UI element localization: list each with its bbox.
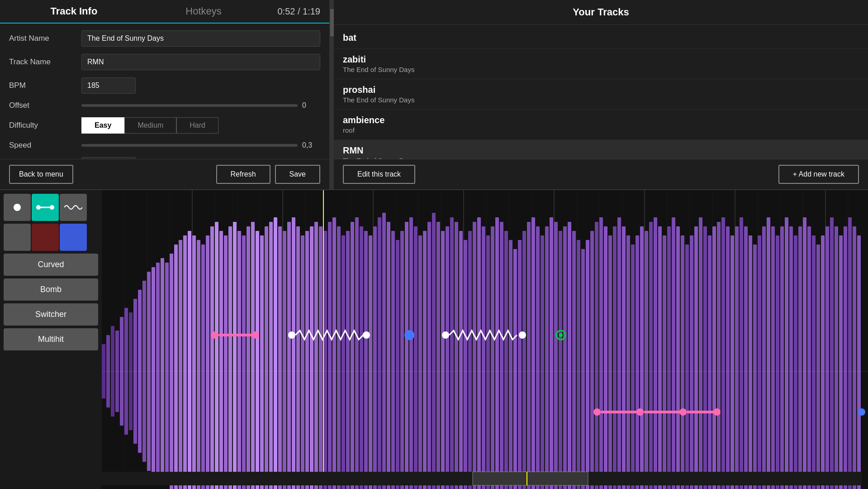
svg-point-0 (14, 204, 21, 211)
tracks-list: bat zabiti The End of Sunny Days proshai… (334, 25, 868, 159)
track-item[interactable]: ambience roof (334, 110, 868, 140)
svg-rect-88 (292, 217, 295, 489)
track-artist: The End of Sunny Days (343, 96, 859, 104)
svg-rect-102 (355, 217, 359, 489)
note-white-1[interactable] (288, 331, 295, 339)
track-item[interactable]: proshai The End of Sunny Days (334, 79, 868, 110)
multihit-button[interactable]: Multihit (4, 328, 98, 350)
note-pink-right-1[interactable] (593, 408, 601, 416)
offset-row: Offset 0 (9, 101, 320, 110)
tab-hotkeys[interactable]: Hotkeys (139, 5, 269, 17)
note-pink-right-4[interactable] (713, 408, 721, 416)
scrollbar-thumb (330, 9, 334, 36)
note-pink-left-end[interactable] (252, 331, 259, 339)
svg-rect-155 (595, 222, 598, 489)
svg-rect-108 (382, 213, 386, 489)
bpm-input[interactable] (81, 77, 136, 94)
minimap-viewport[interactable] (473, 472, 588, 485)
tool-color-gray[interactable] (4, 224, 31, 251)
difficulty-medium[interactable]: Medium (124, 117, 176, 134)
svg-rect-196 (780, 226, 784, 489)
left-panel-footer: Back to menu Refresh Save (0, 159, 329, 189)
refresh-button[interactable]: Refresh (216, 165, 270, 184)
tool-panel: Curved Bomb Switcher Multihit (0, 190, 102, 489)
svg-rect-124 (455, 222, 458, 489)
waveform-area[interactable]: // Will be replaced by static SVG (102, 190, 868, 489)
svg-rect-111 (396, 240, 399, 489)
tab-track-info[interactable]: Track Info (9, 5, 139, 17)
svg-rect-96 (328, 222, 332, 489)
svg-rect-180 (708, 235, 711, 489)
note-pink-right-2[interactable] (636, 408, 644, 416)
left-panel: Track Info Hotkeys 0:52 / 1:19 Artist Na… (0, 0, 330, 189)
svg-rect-72 (219, 231, 223, 489)
track-item-selected[interactable]: RMN The End of Sunny Days (334, 140, 868, 159)
speed-label: Speed (9, 141, 81, 150)
svg-rect-179 (703, 226, 707, 489)
note-pink-right-3[interactable] (679, 408, 687, 416)
speed-slider[interactable] (81, 144, 298, 147)
curved-button[interactable]: Curved (4, 254, 98, 276)
svg-rect-71 (215, 222, 218, 489)
edit-track-button[interactable]: Edit this track (343, 165, 415, 184)
tool-dot[interactable] (4, 194, 31, 221)
svg-rect-192 (762, 226, 766, 489)
note-white-1-end[interactable] (363, 331, 370, 339)
svg-rect-183 (721, 217, 725, 489)
svg-rect-77 (242, 235, 246, 489)
track-item[interactable]: zabiti The End of Sunny Days (334, 49, 868, 79)
svg-rect-170 (663, 235, 666, 489)
panel-header: Track Info Hotkeys 0:52 / 1:19 (0, 0, 329, 24)
svg-rect-83 (269, 222, 273, 489)
svg-rect-75 (233, 222, 237, 489)
tool-color-blue[interactable] (60, 224, 87, 251)
tool-slider[interactable] (32, 194, 59, 221)
note-blue[interactable] (404, 330, 414, 340)
switcher-button[interactable]: Switcher (4, 303, 98, 326)
note-white-2[interactable] (442, 331, 449, 339)
track-name: zabiti (343, 54, 859, 65)
right-panel: Your Tracks bat zabiti The End of Sunny … (334, 0, 868, 189)
track-item[interactable]: bat (334, 27, 868, 49)
svg-rect-113 (405, 222, 408, 489)
note-pink-left[interactable] (211, 331, 218, 339)
svg-rect-66 (192, 235, 196, 489)
svg-rect-115 (414, 226, 417, 489)
track-name-input[interactable] (81, 54, 320, 70)
speed-row: Speed 0,3 (9, 141, 320, 150)
bottom-section: Curved Bomb Switcher Multihit // Will be… (0, 190, 868, 489)
difficulty-easy[interactable]: Easy (81, 117, 124, 134)
svg-rect-201 (803, 217, 806, 489)
save-button[interactable]: Save (275, 165, 320, 184)
svg-rect-94 (319, 226, 323, 489)
scrollbar[interactable] (330, 0, 334, 189)
svg-rect-123 (450, 217, 454, 489)
svg-rect-177 (694, 226, 698, 489)
offset-slider[interactable] (81, 104, 298, 107)
note-blue-right[interactable] (858, 408, 865, 416)
note-white-2-end[interactable] (519, 331, 526, 339)
artist-input[interactable] (81, 30, 320, 47)
svg-rect-176 (690, 235, 693, 489)
difficulty-label: Difficulty (9, 121, 81, 130)
svg-rect-198 (789, 226, 793, 489)
svg-rect-197 (785, 217, 788, 489)
svg-rect-118 (427, 222, 431, 489)
svg-rect-184 (726, 226, 730, 489)
svg-rect-146 (554, 222, 558, 489)
difficulty-hard[interactable]: Hard (176, 117, 218, 134)
svg-rect-119 (432, 213, 436, 489)
svg-rect-167 (649, 222, 653, 489)
bomb-button[interactable]: Bomb (4, 278, 98, 301)
svg-rect-138 (518, 240, 522, 489)
back-to-menu-button[interactable]: Back to menu (9, 165, 73, 184)
svg-rect-127 (468, 231, 472, 489)
svg-rect-217 (644, 411, 682, 413)
svg-rect-121 (441, 231, 445, 489)
add-track-button[interactable]: + Add new track (778, 165, 859, 184)
offset-label: Offset (9, 101, 81, 110)
tool-wave[interactable] (60, 194, 87, 221)
svg-rect-140 (527, 222, 531, 489)
tool-color-red[interactable] (32, 224, 59, 251)
svg-rect-128 (473, 222, 476, 489)
